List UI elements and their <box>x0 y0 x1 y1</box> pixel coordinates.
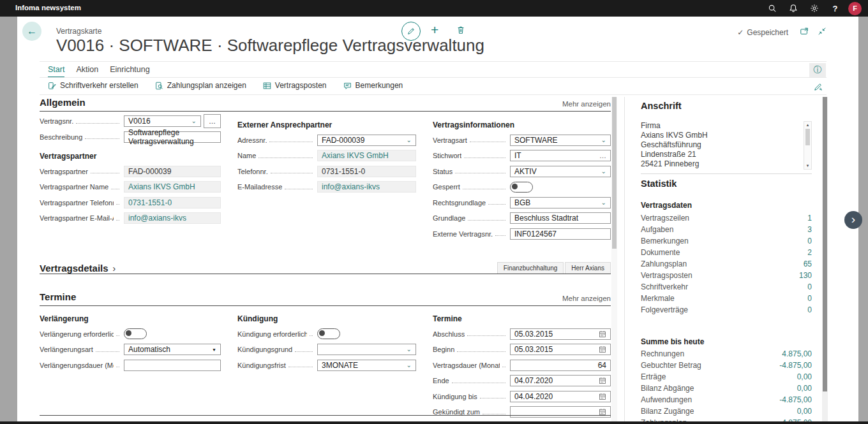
termine-show-more-link[interactable]: Mehr anzeigen <box>562 295 611 302</box>
stat-value-link[interactable]: 1 <box>807 214 812 223</box>
address-scrollbar[interactable]: ▲ ▼ <box>804 121 812 170</box>
back-button[interactable]: ← <box>22 22 41 41</box>
chevron-down-icon[interactable]: ⌄ <box>407 137 412 143</box>
gekuendigt-zum-date-input[interactable] <box>510 406 611 418</box>
gesperrt-toggle[interactable] <box>510 182 533 193</box>
ansprechpartner-email-link[interactable]: info@axians-ikvs <box>317 181 416 193</box>
chevron-down-icon[interactable]: ⌄ <box>601 168 606 175</box>
stat-value-link[interactable]: -4.875,00 <box>779 395 812 404</box>
stat-value-link[interactable]: 0 <box>807 294 812 303</box>
scroll-up-icon[interactable]: ▲ <box>806 122 810 128</box>
notifications-bell-icon[interactable] <box>782 0 804 17</box>
vertragspartner-telefon-link[interactable]: 0731-1551-0 <box>124 197 221 208</box>
rechtsgrundlage-combobox[interactable]: BGB ⌄ <box>510 197 611 208</box>
vertragsnr-combobox[interactable]: V0016 ⌄ <box>124 115 201 127</box>
scroll-down-icon[interactable]: ▼ <box>806 163 810 169</box>
search-icon[interactable] <box>761 0 782 17</box>
schriftverkehr-erstellen-button[interactable]: Schriftverkehr erstellen <box>48 81 138 90</box>
tab-aktion[interactable]: Aktion <box>76 65 98 78</box>
stat-value-link[interactable]: 0 <box>807 237 812 245</box>
abschluss-date-input[interactable]: 05.03.2015 <box>510 328 611 340</box>
stat-value-link[interactable]: 0,00 <box>797 384 812 393</box>
stat-value-link[interactable]: 65 <box>804 260 812 268</box>
stat-value-link[interactable]: 0,00 <box>797 372 812 381</box>
verlaengerungsart-select[interactable]: Automatisch ▼ <box>124 344 221 355</box>
allgemein-column-2: Externer Ansprechpartner Adressnr. FAD-0… <box>237 113 416 195</box>
personalize-button[interactable] <box>814 82 823 91</box>
breadcrumb[interactable]: Vertragskarte <box>56 27 101 36</box>
vertragspartner-value: FAD-000039 <box>124 166 221 177</box>
status-combobox[interactable]: AKTIV ⌄ <box>510 166 611 177</box>
stat-value-link[interactable]: 4.875,00 <box>782 349 812 358</box>
ansprechpartner-name-link[interactable]: Axians IKVS GmbH <box>317 150 416 161</box>
chevron-down-icon[interactable]: ⌄ <box>407 346 412 353</box>
calendar-icon[interactable] <box>599 330 606 338</box>
beschreibung-input[interactable]: Softwarepflege Vertragsverwaltung <box>124 131 221 143</box>
allgemein-show-more-link[interactable]: Mehr anzeigen <box>562 100 611 108</box>
kuendigungsfrist-combobox[interactable]: 3MONATE ⌄ <box>317 360 416 371</box>
stat-value-link[interactable]: 2 <box>807 248 812 257</box>
calendar-icon[interactable] <box>599 377 606 384</box>
ende-date-input[interactable]: 04.07.2020 <box>510 375 611 386</box>
stat-value-link[interactable]: 0 <box>807 305 812 314</box>
stichwort-assist-button[interactable]: … <box>599 152 606 159</box>
chevron-down-icon[interactable]: ⌄ <box>191 118 197 124</box>
field-label: Status <box>433 168 453 175</box>
vertragsdetails-toggle[interactable]: Vertragsdetails › <box>40 263 116 274</box>
verlaengerungsdauer-input[interactable] <box>124 360 221 371</box>
externe-vertragsnr-input[interactable]: INF0124567 <box>510 228 611 240</box>
verlaengerung-erforderlich-toggle[interactable] <box>124 328 147 339</box>
adressnr-combobox[interactable]: FAD-000039 ⌄ <box>317 135 416 146</box>
stat-value-link[interactable]: 0,00 <box>797 407 812 416</box>
vertragsnr-assist-button[interactable]: … <box>204 114 221 128</box>
factbox-scrollbar[interactable] <box>822 97 828 421</box>
avatar[interactable]: F <box>848 2 862 15</box>
select-arrow-icon[interactable]: ▼ <box>212 347 216 352</box>
vertragsart-combobox[interactable]: SOFTWARE ⌄ <box>510 135 611 146</box>
vertragsposten-button[interactable]: Vertragsposten <box>263 81 327 90</box>
chevron-down-icon[interactable]: ⌄ <box>601 200 606 206</box>
delete-button[interactable] <box>456 26 465 34</box>
verlaengerung-group-label: Verlängerung <box>40 307 221 326</box>
new-button[interactable]: + <box>431 22 438 38</box>
stat-value-link[interactable]: 3 <box>807 225 812 234</box>
app-top-bar: Infoma newsystem ? F <box>0 0 868 17</box>
field-externe-vertragsnr: Externe Vertragsnr. INF0124567 <box>433 226 611 242</box>
collapse-view-button[interactable] <box>818 27 827 36</box>
finanzbuchhaltung-button[interactable]: Finanzbuchhaltung <box>497 262 564 274</box>
zahlungsplan-anzeigen-button[interactable]: Zahlungsplan anzeigen <box>155 81 246 90</box>
chevron-down-icon[interactable]: ⌄ <box>601 137 606 143</box>
main-pane-scrollbar[interactable] <box>611 97 617 421</box>
grundlage-input[interactable]: Beschluss Stadtrat <box>510 212 611 224</box>
bemerkungen-button[interactable]: Bemerkungen <box>343 81 403 90</box>
calendar-icon[interactable] <box>599 393 606 400</box>
stat-value-link[interactable]: -4.875,00 <box>779 361 812 370</box>
scrollbar-thumb[interactable] <box>612 97 617 249</box>
open-in-window-button[interactable] <box>800 27 809 36</box>
stat-value-link[interactable]: 0 <box>807 282 812 291</box>
contract-card-page: ← Vertragskarte V0016 · SOFTWARE · Softw… <box>17 17 858 422</box>
scrollbar-thumb[interactable] <box>823 97 827 391</box>
herr-axians-button[interactable]: Herr Axians <box>565 262 611 274</box>
stichwort-input[interactable]: IT … <box>510 150 611 161</box>
save-status: ✓ Gespeichert <box>737 28 788 37</box>
kuendigungsgrund-combobox[interactable]: ⌄ <box>317 344 416 355</box>
settings-gear-icon[interactable] <box>804 0 825 17</box>
kuendigung-bis-date-input[interactable]: 04.04.2020 <box>510 391 611 402</box>
vertragsdauer-input[interactable]: 64 <box>510 360 611 371</box>
beginn-date-input[interactable]: 05.03.2015 <box>510 344 611 355</box>
tab-einrichtung[interactable]: Einrichtung <box>110 65 150 78</box>
scrollbar-thumb[interactable] <box>805 129 810 145</box>
chevron-down-icon[interactable]: ⌄ <box>407 362 412 369</box>
vertragspartner-email-link[interactable]: info@axians-ikvs <box>124 212 221 224</box>
edit-button[interactable] <box>401 22 421 41</box>
kuendigung-erforderlich-toggle[interactable] <box>317 328 340 339</box>
tab-start[interactable]: Start <box>48 65 64 78</box>
calendar-icon[interactable] <box>599 346 606 353</box>
info-panel-toggle[interactable]: ⓘ <box>809 63 826 77</box>
vertragspartner-name-link[interactable]: Axians IKVS GmbH <box>124 181 221 193</box>
factbox-expand-button[interactable]: › <box>844 211 862 229</box>
stat-value-link[interactable]: 130 <box>799 271 812 280</box>
field-status: Status AKTIV ⌄ <box>433 164 611 180</box>
help-icon[interactable]: ? <box>825 0 846 17</box>
